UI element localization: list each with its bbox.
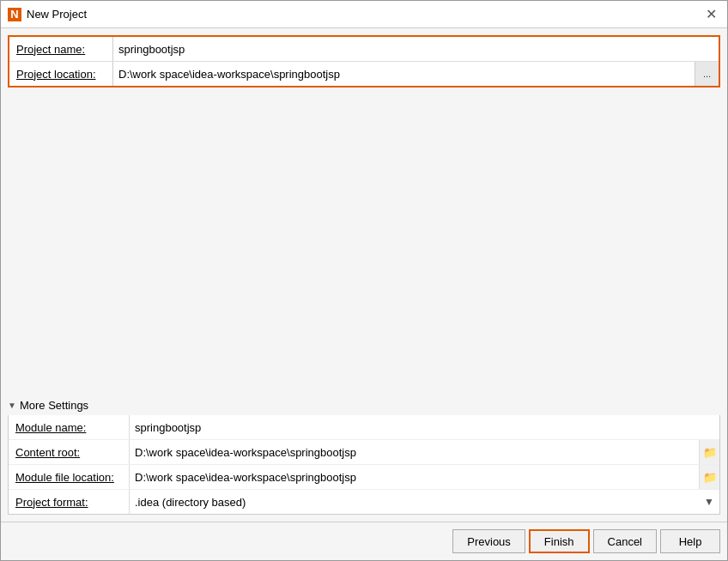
project-location-row: Project location: ... xyxy=(9,62,719,86)
chevron-down-icon: ▼ xyxy=(699,496,719,508)
project-format-select[interactable]: .idea (directory based) .ipr (file based… xyxy=(130,490,699,514)
module-name-input[interactable] xyxy=(129,415,719,439)
dialog-title: New Project xyxy=(27,8,87,21)
close-button[interactable]: ✕ xyxy=(702,8,720,21)
content-root-input[interactable] xyxy=(129,440,699,464)
title-bar: N New Project ✕ xyxy=(1,1,727,28)
button-bar: Previous Finish Cancel Help xyxy=(1,522,727,560)
collapse-arrow-icon: ▼ xyxy=(8,401,16,410)
cancel-button[interactable]: Cancel xyxy=(593,529,657,553)
middle-area xyxy=(8,87,720,389)
more-settings-section: ▼ More Settings Module name: Content roo… xyxy=(8,395,720,515)
content-root-row: Content root: 📁 xyxy=(9,440,719,465)
new-project-dialog: N New Project ✕ Project name: Project lo… xyxy=(0,0,728,561)
module-file-location-row: Module file location: 📁 xyxy=(9,465,719,490)
more-settings-header[interactable]: ▼ More Settings xyxy=(8,395,720,415)
more-settings-body: Module name: Content root: 📁 xyxy=(8,415,720,515)
app-icon: N xyxy=(8,8,21,21)
project-location-input[interactable] xyxy=(112,62,695,86)
folder-icon: 📁 xyxy=(703,471,717,484)
project-name-label: Project name: xyxy=(9,39,112,60)
project-location-label: Project location: xyxy=(9,63,112,85)
app-icon-letter: N xyxy=(10,8,18,21)
help-button[interactable]: Help xyxy=(660,529,720,553)
project-name-input[interactable] xyxy=(112,37,719,61)
project-location-input-wrapper: ... xyxy=(112,62,719,86)
project-format-label: Project format: xyxy=(9,492,129,512)
top-form-section: Project name: Project location: ... xyxy=(8,35,720,87)
module-file-location-input-wrapper: 📁 xyxy=(129,465,719,489)
project-format-row: Project format: .idea (directory based) … xyxy=(9,490,719,514)
previous-button[interactable]: Previous xyxy=(452,529,525,553)
title-bar-left: N New Project xyxy=(8,8,87,21)
content-root-label: Content root: xyxy=(9,443,129,462)
module-file-location-input[interactable] xyxy=(129,465,699,489)
project-name-input-wrapper xyxy=(112,37,719,61)
module-file-location-browse-button[interactable]: 📁 xyxy=(699,465,719,489)
content-root-browse-button[interactable]: 📁 xyxy=(699,440,719,464)
module-name-row: Module name: xyxy=(9,415,719,440)
module-name-label: Module name: xyxy=(9,418,129,437)
project-format-select-wrapper: .idea (directory based) .ipr (file based… xyxy=(129,490,719,514)
module-file-location-label: Module file location: xyxy=(9,468,129,487)
folder-icon: 📁 xyxy=(703,446,717,459)
project-location-browse-button[interactable]: ... xyxy=(695,62,719,86)
dialog-content: Project name: Project location: ... ▼ Mo… xyxy=(1,28,727,522)
more-settings-label: More Settings xyxy=(20,399,88,412)
module-name-input-wrapper xyxy=(129,415,719,439)
project-name-row: Project name: xyxy=(9,37,719,62)
content-root-input-wrapper: 📁 xyxy=(129,440,719,464)
finish-button[interactable]: Finish xyxy=(529,529,590,553)
